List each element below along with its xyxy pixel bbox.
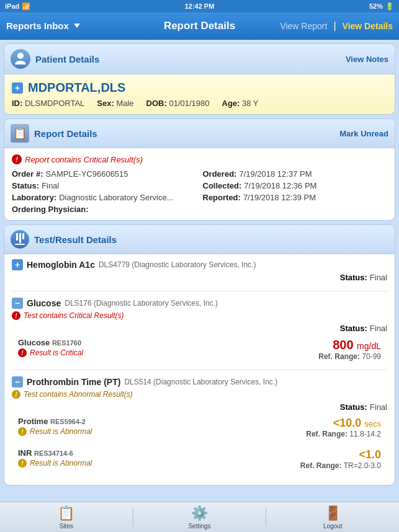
prothrombin-abnormal-icon: ! <box>12 390 20 399</box>
lab-value: Diagnostic Laboratory Service... <box>59 193 173 202</box>
protime-abnormal-icon: ! <box>18 427 27 436</box>
tab-bar: 📋 Sites ⚙️ Settings 🚪 Logout <box>0 502 399 532</box>
status-bar: iPad 📶 12:42 PM 52% 🔋 <box>0 0 399 12</box>
glucose-result-notice: ! Result is Critical <box>18 348 83 357</box>
test-item-glucose: − Glucose DLS176 (Diagnostic Laboratory … <box>12 298 387 370</box>
mark-unread-button[interactable]: Mark Unread <box>339 129 388 138</box>
protime-result-notice: ! Result is Abnormal <box>18 427 92 436</box>
protime-result-name: Protime RES5964-2 <box>18 417 92 426</box>
settings-label: Settings <box>188 523 210 530</box>
test-item-hemoglobin: + Hemoglobin A1c DLS4779 (Diagnostic Lab… <box>12 259 387 291</box>
svg-point-0 <box>17 53 24 59</box>
protime-result-right: <10.0 secs Ref. Range: 11.8-14.2 <box>306 417 381 438</box>
test-result-title: Test/Result Details <box>34 234 117 245</box>
critical-text: Report contains Critical Result(s) <box>25 155 143 164</box>
protime-result-row: Protime RES5964-2 ! Result is Abnormal <… <box>12 414 387 442</box>
collected-label: Collected: <box>203 181 242 190</box>
svg-rect-4 <box>15 244 25 245</box>
glucose-result-critical-text: Result is Critical <box>30 348 83 357</box>
expand-patient-icon[interactable]: + <box>12 82 23 94</box>
prothrombin-status-value: Final <box>370 402 387 412</box>
collected-field: Collected: 7/19/2018 12:36 PM <box>203 181 388 190</box>
nav-left[interactable]: Reports Inbox <box>6 20 80 31</box>
collected-value: 7/19/2018 12:36 PM <box>244 181 316 190</box>
ordered-field: Ordered: 7/19/2018 12:37 PM <box>203 169 388 179</box>
nav-divider: | <box>333 20 336 32</box>
protime-result-left: Protime RES5964-2 ! Result is Abnormal <box>18 417 92 440</box>
report-details-header: 📋 Report Details Mark Unread <box>4 119 395 148</box>
glucose-critical-notice: ! Test contains Critical Result(s) <box>12 311 387 320</box>
hemoglobin-header: + Hemoglobin A1c DLS4779 (Diagnostic Lab… <box>12 259 387 270</box>
glucose-critical-text: Test contains Critical Result(s) <box>24 311 124 320</box>
wifi-icon: 📶 <box>22 2 30 11</box>
patient-name: MDPORTAL,DLS <box>28 81 125 95</box>
view-details-button[interactable]: View Details <box>343 21 393 31</box>
reported-label: Reported: <box>203 193 241 202</box>
lab-label: Laboratory: <box>12 193 56 202</box>
patient-sex: Sex: Male <box>97 99 133 108</box>
patient-icon <box>11 49 30 69</box>
test-result-card: Test/Result Details + Hemoglobin A1c DLS… <box>4 224 395 485</box>
report-body: ! Report contains Critical Result(s) Ord… <box>4 148 395 220</box>
content-area: Patient Details View Notes + MDPORTAL,DL… <box>0 40 399 502</box>
prothrombin-header: − Prothrombin Time (PT) DLS514 (Diagnost… <box>12 376 387 388</box>
patient-meta: ID: DLSMDPORTAL Sex: Male DOB: 01/01/198… <box>12 99 387 108</box>
glucose-result-row: Glucose RES1760 ! Result is Critical 800… <box>12 335 387 363</box>
glucose-ref-range: Ref. Range: 70-99 <box>318 352 381 361</box>
ordered-label: Ordered: <box>203 169 237 179</box>
test-item-prothrombin: − Prothrombin Time (PT) DLS514 (Diagnost… <box>12 376 387 480</box>
tab-settings[interactable]: ⚙️ Settings <box>133 503 266 532</box>
dropdown-arrow-icon[interactable] <box>74 24 80 28</box>
expand-hemoglobin-icon[interactable]: + <box>12 259 23 270</box>
reports-inbox-label[interactable]: Reports Inbox <box>6 20 69 31</box>
test-result-header-left: Test/Result Details <box>11 230 117 249</box>
patient-dob: DOB: 01/01/1980 <box>146 99 210 108</box>
logout-label: Logout <box>323 523 343 530</box>
view-notes-button[interactable]: View Notes <box>346 55 388 64</box>
report-header-left: 📋 Report Details <box>11 124 97 143</box>
glucose-result-name: Glucose RES1760 <box>18 338 83 347</box>
critical-icon: ! <box>12 154 22 164</box>
prothrombin-status-label: Status: <box>340 402 367 412</box>
tab-sites[interactable]: 📋 Sites <box>0 503 133 532</box>
inr-result-notice: ! Result is Abnormal <box>18 459 92 468</box>
test-result-header: Test/Result Details <box>4 225 395 254</box>
view-report-button[interactable]: View Report <box>280 21 327 31</box>
inr-result-left: INR RES34714-6 ! Result is Abnormal <box>18 448 92 471</box>
prothrombin-code: DLS514 (Diagnostic Laboratory Services, … <box>124 378 277 386</box>
inr-abnormal-text: Result is Abnormal <box>30 459 92 468</box>
critical-notice: ! Report contains Critical Result(s) <box>12 154 387 164</box>
hemoglobin-status-row: Status: Final <box>12 273 387 282</box>
carrier-label: iPad <box>5 2 19 10</box>
patient-id: ID: DLSMDPORTAL <box>12 99 84 108</box>
inr-result-name: INR RES34714-6 <box>18 448 92 458</box>
status-time: 12:42 PM <box>185 2 215 10</box>
battery-icon: 🔋 <box>385 2 394 11</box>
svg-rect-3 <box>22 233 24 239</box>
hemoglobin-code: DLS4779 (Diagnostic Laboratory Services,… <box>99 260 256 269</box>
sites-label: Sites <box>60 523 73 530</box>
expand-glucose-icon[interactable]: − <box>12 298 23 309</box>
status-right: 52% 🔋 <box>369 2 394 11</box>
tests-body: + Hemoglobin A1c DLS4779 (Diagnostic Lab… <box>4 254 395 485</box>
protime-result-value: <10.0 secs <box>306 417 381 430</box>
glucose-status-row: Status: Final <box>12 324 387 333</box>
patient-details-header: Patient Details View Notes <box>4 44 395 74</box>
logout-icon: 🚪 <box>325 505 341 521</box>
inr-ref-range: Ref. Range: TR=2.0-3.0 <box>300 461 381 470</box>
nav-title: Report Details <box>164 20 235 32</box>
prothrombin-status-row: Status: Final <box>12 402 387 412</box>
glucose-status-label: Status: <box>340 324 367 333</box>
tab-logout[interactable]: 🚪 Logout <box>266 503 399 532</box>
ordered-value: 7/19/2018 12:37 PM <box>239 169 312 179</box>
patient-header-left: Patient Details <box>11 49 99 69</box>
report-details-title: Report Details <box>34 128 97 139</box>
inr-result-row: INR RES34714-6 ! Result is Abnormal <1.0… <box>12 446 387 474</box>
report-grid: Order #: SAMPLE-YC96606515 Ordered: 7/19… <box>12 169 387 214</box>
inr-result-value: <1.0 <box>300 448 381 461</box>
glucose-critical-icon: ! <box>12 311 20 320</box>
svg-rect-1 <box>16 233 18 241</box>
expand-prothrombin-icon[interactable]: − <box>12 376 23 388</box>
settings-icon: ⚙️ <box>191 505 208 521</box>
glucose-name: Glucose <box>27 298 61 308</box>
